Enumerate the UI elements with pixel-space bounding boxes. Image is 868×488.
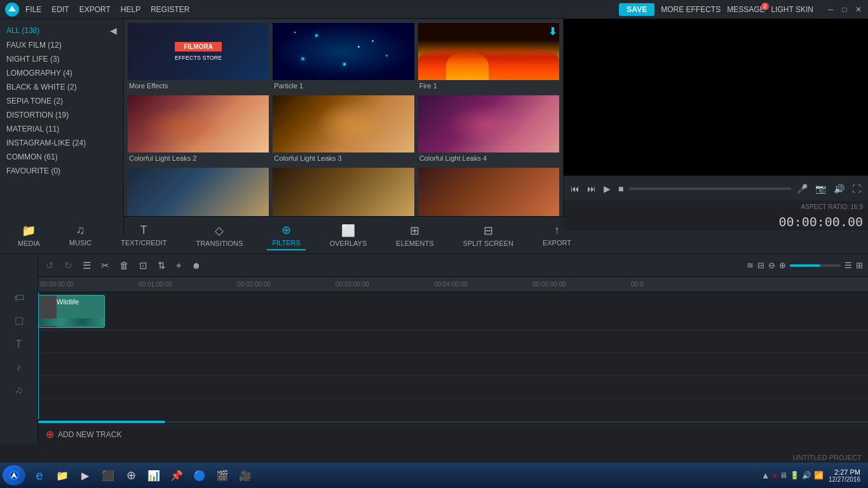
sidebar-item-night-life[interactable]: NIGHT LIFE (3) [0,52,123,66]
sidebar-item-favourite[interactable]: FAVOURITE (0) [0,164,123,178]
sidebar-item-black-white[interactable]: BLACK & WHITE (2) [0,80,123,94]
taskbar-ie[interactable]: e [28,465,51,485]
effect-more-effects[interactable]: FILMORA EFFECTS STORE More Effects [128,23,269,92]
tab-split-screen[interactable]: ⊟ SPLIT SCREEN [458,221,519,250]
split-button[interactable]: ⇅ [155,259,168,273]
track-icon-audio2[interactable]: ♫ [15,384,23,396]
step-back-button[interactable]: ⏭ [585,182,598,196]
save-button[interactable]: SAVE [619,3,654,16]
effect-thumb-r3-1 [128,168,269,216]
effect-row3-3[interactable] [418,168,559,216]
effects-button[interactable]: ☻ [189,259,204,272]
sidebar-item-instagram[interactable]: INSTAGRAM-LIKE (24) [0,136,123,150]
minimize-button[interactable]: ─ [826,5,835,14]
sidebar-item-material[interactable]: MATERIAL (11) [0,122,123,136]
add-track-button[interactable]: ⊕ ADD NEW TRACK [38,424,868,444]
camera-button[interactable]: 📷 [813,182,828,196]
menu-edit[interactable]: EDIT [51,5,69,14]
zoom-out-icon[interactable]: ⊖ [768,261,775,270]
stop-button[interactable]: ■ [616,182,625,196]
sidebar-item-distortion[interactable]: DISTORTION (19) [0,108,123,122]
audio-track-2-row [38,376,868,399]
track-icon-video[interactable]: ☐ [15,315,24,327]
tab-transitions[interactable]: ◇ TRANSITIONS [191,221,248,250]
start-button[interactable] [3,465,25,485]
tab-text-credit[interactable]: T TEXT/CREDIT [116,221,172,249]
close-button[interactable]: ✕ [854,5,863,14]
effect-light-leaks-4[interactable]: Colorful Light Leaks 4 [418,95,559,164]
effect-light-leaks-3[interactable]: Colorful Light Leaks 3 [273,95,414,164]
tray-icon-1[interactable]: ▲ [761,470,770,480]
effect-light-leaks-2[interactable]: Colorful Light Leaks 2 [128,95,269,164]
play-button[interactable]: ▶ [602,182,613,196]
tray-icon-volume[interactable]: 🔊 [802,471,811,480]
scroll-thumb[interactable] [38,421,165,423]
crop-button[interactable]: ⊡ [137,259,150,273]
menu-file[interactable]: FILE [25,5,41,14]
taskbar-cmd[interactable]: ⬛ [97,465,119,485]
tray-icon-battery[interactable]: 🔋 [790,471,799,480]
mic-button[interactable]: 🎤 [795,182,810,196]
effect-fire-1[interactable]: ⬇ Fire 1 [418,23,559,92]
video-clip-wildlife[interactable]: Wildlife [38,295,105,328]
clock-area[interactable]: 2:27 PM 12/27/2016 [829,468,860,483]
fullscreen-button[interactable]: ⛶ [850,182,863,196]
taskbar-calc[interactable]: 📊 [142,465,165,485]
track-icon-tag[interactable]: 🏷 [14,292,24,304]
tray-icon-antivirus[interactable]: ● [773,471,777,480]
delete-button[interactable]: 🗑 [117,259,132,272]
tab-media[interactable]: 📁 MEDIA [13,221,45,250]
skip-to-start-button[interactable]: ⏮ [569,182,581,196]
taskbar-app2[interactable]: 🔵 [188,465,211,485]
effect-row3-1[interactable] [128,168,269,216]
app-logo[interactable] [5,3,19,17]
back-button[interactable]: ◀ [110,25,117,36]
tab-export[interactable]: ↑ EXPORT [538,221,576,249]
sidebar-item-common[interactable]: COMMON (61) [0,150,123,164]
zoom-slider[interactable] [790,264,841,267]
menu-help[interactable]: HELP [121,5,140,14]
settings-button[interactable]: ☰ [80,259,93,273]
tab-overlays[interactable]: ⬜ OVERLAYS [325,221,372,250]
taskbar-chrome[interactable]: ⊕ [119,465,142,485]
effect-row3-2[interactable] [273,168,414,216]
list-view-icon[interactable]: ☰ [844,261,852,270]
all-filters-label[interactable]: ALL (138) [6,26,39,35]
effect-thumb-store: FILMORA EFFECTS STORE [128,23,269,80]
effect-particle-1[interactable]: Particle 1 [273,23,414,92]
grid-view-icon[interactable]: ⊞ [856,261,863,270]
skin-toggle[interactable]: LIGHT SKIN [771,5,813,14]
more-effects-link[interactable]: MORE EFFECTS [661,5,721,14]
cut-button[interactable]: ✂ [98,259,112,273]
tray-icon-signal[interactable]: 📶 [814,471,824,480]
progress-bar[interactable] [629,187,791,190]
redo-button[interactable]: ↻ [62,259,75,273]
volume-button[interactable]: 🔊 [832,182,846,196]
taskbar-explorer[interactable]: 📁 [51,465,74,485]
menu-register[interactable]: REGISTER [151,5,189,14]
zoom-in-icon[interactable]: ⊕ [779,261,786,270]
timeline-scrollbar[interactable] [38,419,868,424]
tab-music[interactable]: ♫ MUSIC [64,221,97,249]
zoom-fit-icon[interactable]: ⊟ [757,261,764,270]
undo-button[interactable]: ↺ [43,259,57,273]
timeline-ruler: 00:00:00:00 00:01:00:00 00:02:00:00 00:0… [38,277,868,292]
track-icon-audio1[interactable]: ♪ [17,362,22,373]
track-icon-text[interactable]: T [16,339,22,350]
taskbar-app3[interactable]: 🎬 [211,465,234,485]
effect-thumb-ll3 [273,95,414,152]
menu-export[interactable]: EXPORT [79,5,111,14]
sidebar-item-faux-film[interactable]: FAUX FILM (12) [0,38,123,52]
taskbar-filmora[interactable]: 🎥 [234,465,257,485]
project-label: UNTITLED PROJECT [793,454,862,461]
maximize-button[interactable]: □ [840,5,849,14]
tab-elements[interactable]: ⊞ ELEMENTS [391,221,438,250]
speed-button[interactable]: ⌖ [173,259,184,273]
tray-icon-network[interactable]: 🖥 [780,471,787,480]
tab-filters[interactable]: ⊕ FILTERS [267,220,305,250]
sidebar-item-lomography[interactable]: LOMOGRAPHY (4) [0,66,123,80]
sidebar-item-sepia-tone[interactable]: SEPIA TONE (2) [0,94,123,108]
taskbar-media-player[interactable]: ▶ [74,465,97,485]
message-button[interactable]: MESSAGE 2 [727,5,764,14]
taskbar-app1[interactable]: 📌 [165,465,188,485]
